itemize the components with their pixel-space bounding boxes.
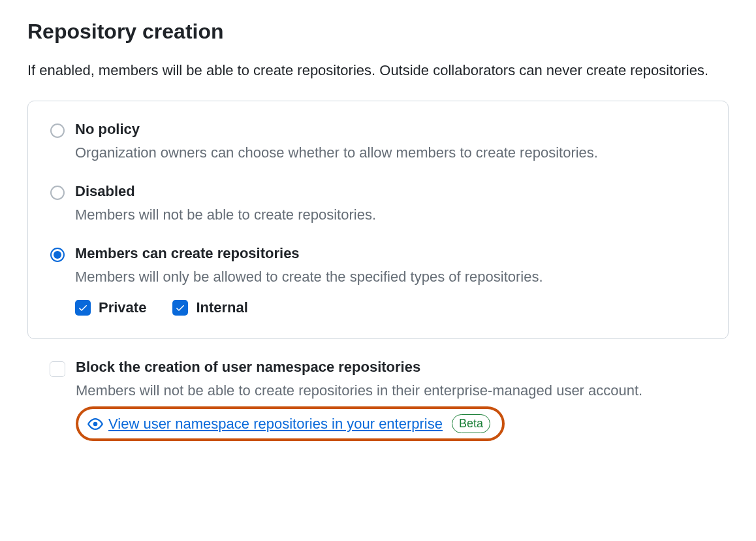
checkbox-internal[interactable] (172, 300, 188, 316)
highlighted-link-pill: View user namespace repositories in your… (76, 406, 505, 441)
option-title: Members can create repositories (75, 245, 706, 262)
radio-input-no-policy[interactable] (50, 123, 65, 138)
section-title: Repository creation (27, 20, 729, 44)
option-description: Members will only be allowed to create t… (75, 266, 706, 287)
svg-point-0 (93, 421, 98, 426)
radio-input-members-can-create[interactable] (50, 248, 65, 262)
block-user-namespace-option: Block the creation of user namespace rep… (27, 359, 729, 441)
beta-badge: Beta (452, 414, 490, 433)
checkbox-private[interactable] (75, 300, 91, 316)
checkbox-label: Private (99, 299, 146, 316)
check-icon (78, 303, 88, 313)
section-description: If enabled, members will be able to crea… (27, 59, 719, 81)
option-description: Members will not be able to create repos… (76, 380, 729, 401)
option-title: Block the creation of user namespace rep… (76, 359, 729, 376)
radio-option-members-can-create[interactable]: Members can create repositories Members … (50, 245, 706, 316)
radio-option-disabled[interactable]: Disabled Members will not be able to cre… (50, 183, 706, 225)
check-icon (175, 303, 185, 313)
option-description: Organization owners can choose whether t… (75, 142, 706, 163)
radio-input-disabled[interactable] (50, 186, 65, 200)
radio-option-no-policy[interactable]: No policy Organization owners can choose… (50, 121, 706, 163)
option-title: Disabled (75, 183, 706, 200)
option-description: Members will not be able to create repos… (75, 204, 706, 225)
checkbox-item-private[interactable]: Private (75, 299, 146, 316)
repo-type-checkboxes: Private Internal (75, 299, 706, 316)
checkbox-block-namespace[interactable] (50, 361, 65, 377)
checkbox-label: Internal (196, 299, 247, 316)
eye-icon (87, 416, 103, 432)
policy-option-group: No policy Organization owners can choose… (27, 101, 729, 339)
view-namespace-repos-link[interactable]: View user namespace repositories in your… (108, 416, 443, 433)
checkbox-item-internal[interactable]: Internal (172, 299, 247, 316)
option-title: No policy (75, 121, 706, 138)
